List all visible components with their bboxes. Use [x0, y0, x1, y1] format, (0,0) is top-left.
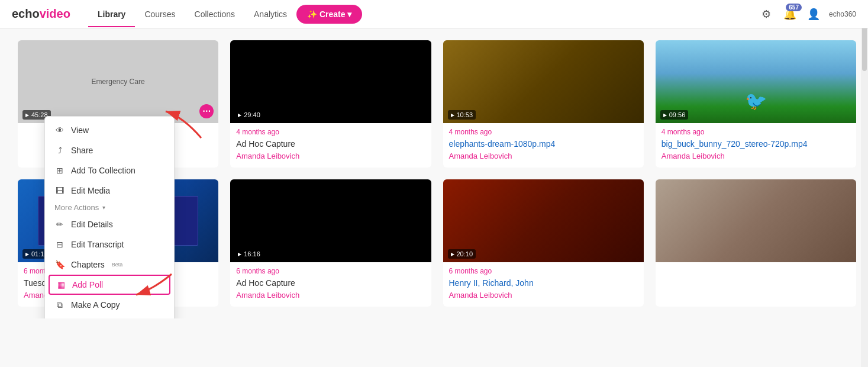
pencil-icon: ✏ [54, 219, 65, 230]
video-info-3: 4 months ago elephants-dream-1080p.mp4 A… [443, 123, 644, 168]
header-right: ⚙ 🔔 657 👤 echo360 [758, 6, 856, 22]
duration-3: 10:53 [448, 110, 476, 120]
video-title-2: Ad Hoc Capture [236, 139, 425, 149]
video-info-2: 4 months ago Ad Hoc Capture Amanda Leibo… [230, 123, 431, 168]
video-time-7: 6 months ago [449, 267, 638, 275]
menu-edit-details[interactable]: ✏ Edit Details [45, 214, 174, 234]
eye-icon: 👁 [54, 125, 65, 136]
video-thumb-4: 🐦 09:56 [656, 40, 856, 123]
video-info-6: 6 months ago Ad Hoc Capture Amanda Leibo… [230, 262, 431, 307]
menu-edit-media-label: Edit Media [71, 186, 110, 195]
menu-chapters-label: Chapters [71, 260, 105, 269]
logo: echovideo [12, 7, 70, 21]
video-time-2: 4 months ago [236, 128, 425, 136]
user-icon[interactable]: 👤 [805, 6, 822, 22]
menu-make-copy[interactable]: ⧉ Make A Copy [45, 295, 174, 315]
menu-add-collection-label: Add To Collection [71, 166, 135, 175]
video-thumb-1: Emergency Care 45:28 ⋯ [18, 40, 218, 123]
video-title-4: big_buck_bunny_720_stereo-720p.mp4 [662, 139, 850, 149]
menu-chapters[interactable]: 🔖 Chapters Beta [45, 255, 174, 275]
chapters-icon: 🔖 [54, 259, 65, 270]
scrollbar-thumb[interactable] [862, 24, 867, 71]
main-nav: Library Courses Collections Analytics ✨ … [88, 1, 758, 27]
video-card-7[interactable]: 20:10 6 months ago Henry II, Richard, Jo… [443, 179, 644, 307]
video-title-6: Ad Hoc Capture [236, 278, 425, 288]
notification-badge: 657 [786, 4, 802, 11]
video-time-6: 6 months ago [236, 267, 425, 275]
collection-icon: ⊞ [54, 165, 65, 176]
menu-add-poll[interactable]: ▦ Add Poll [49, 275, 170, 295]
menu-download[interactable]: ⬇ Download [45, 315, 174, 318]
nav-courses[interactable]: Courses [135, 1, 185, 27]
video-thumb-6: 16:16 [230, 179, 431, 262]
logo-video: video [40, 7, 70, 21]
video-card-2[interactable]: 29:40 4 months ago Ad Hoc Capture Amanda… [230, 40, 431, 168]
video-card-8[interactable] [656, 179, 856, 307]
video-thumb-8 [656, 179, 856, 262]
share-icon: ⤴ [54, 145, 65, 156]
duration-7: 20:10 [448, 249, 476, 259]
video-card-3[interactable]: 10:53 4 months ago elephants-dream-1080p… [443, 40, 644, 168]
user-name: echo360 [829, 10, 856, 18]
duration-2: 29:40 [235, 110, 263, 120]
menu-share[interactable]: ⤴ Share [45, 140, 174, 160]
menu-add-collection[interactable]: ⊞ Add To Collection [45, 160, 174, 181]
video-author-7: Amanda Leibovich [449, 291, 638, 300]
context-menu: 👁 View ⤴ Share ⊞ Add To Collection 🎞 Edi… [44, 116, 175, 318]
video-time-4: 4 months ago [662, 128, 850, 136]
logo-echo: echo [12, 7, 40, 21]
video-title-3: elephants-dream-1080p.mp4 [449, 139, 638, 149]
video-card-4[interactable]: 🐦 09:56 4 months ago big_buck_bunny_720_… [656, 40, 856, 168]
menu-edit-transcript[interactable]: ⊟ Edit Transcript [45, 234, 174, 255]
menu-edit-details-label: Edit Details [71, 220, 113, 229]
film-icon: 🎞 [54, 185, 65, 196]
video-title-7: Henry II, Richard, John [449, 278, 638, 288]
duration-4: 09:56 [660, 110, 689, 120]
menu-share-label: Share [71, 146, 93, 155]
menu-edit-media[interactable]: 🎞 Edit Media [45, 181, 174, 201]
nav-library[interactable]: Library [88, 1, 135, 27]
video-author-3: Amanda Leibovich [449, 152, 638, 160]
menu-view-label: View [71, 125, 89, 135]
video-time-3: 4 months ago [449, 128, 638, 136]
menu-view[interactable]: 👁 View [45, 120, 174, 140]
scrollbar[interactable] [861, 0, 868, 318]
video-author-4: Amanda Leibovich [662, 152, 850, 160]
more-button-1[interactable]: ⋯ [199, 104, 214, 118]
settings-icon[interactable]: ⚙ [758, 6, 775, 22]
nav-analytics[interactable]: Analytics [244, 1, 296, 27]
transcript-icon: ⊟ [54, 239, 65, 250]
beta-badge: Beta [112, 262, 123, 268]
menu-add-poll-label: Add Poll [72, 280, 103, 289]
video-thumb-3: 10:53 [443, 40, 644, 123]
video-info-4: 4 months ago big_buck_bunny_720_stereo-7… [656, 123, 856, 168]
video-thumb-2: 29:40 [230, 40, 431, 123]
thumb-label-1: Emergency Care [86, 72, 151, 92]
menu-edit-transcript-label: Edit Transcript [71, 240, 124, 249]
menu-make-copy-label: Make A Copy [71, 300, 120, 310]
video-thumb-7: 20:10 [443, 179, 644, 262]
video-info-7: 6 months ago Henry II, Richard, John Ama… [443, 262, 644, 307]
copy-icon: ⧉ [54, 300, 65, 310]
menu-more-actions[interactable]: More Actions ▾ [45, 201, 174, 214]
poll-icon: ▦ [56, 279, 66, 290]
video-card-6[interactable]: 16:16 6 months ago Ad Hoc Capture Amanda… [230, 179, 431, 307]
more-actions-label: More Actions [54, 203, 99, 212]
nav-collections[interactable]: Collections [185, 1, 244, 27]
video-author-6: Amanda Leibovich [236, 291, 425, 300]
chevron-down-icon: ▾ [102, 204, 105, 211]
duration-6: 16:16 [235, 249, 263, 259]
notifications-icon[interactable]: 🔔 657 [782, 6, 798, 22]
video-author-2: Amanda Leibovich [236, 152, 425, 160]
main-content: Emergency Care 45:28 ⋯ 29:40 4 months ag… [0, 28, 868, 318]
header: echovideo Library Courses Collections An… [0, 0, 868, 28]
create-button[interactable]: ✨ Create ▾ [296, 5, 362, 24]
